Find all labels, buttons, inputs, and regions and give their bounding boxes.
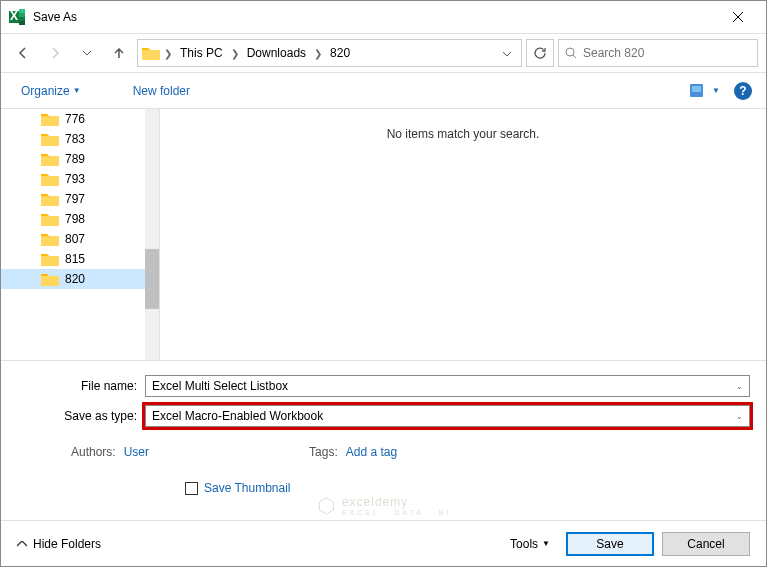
app-icon: X (9, 9, 25, 25)
caret-down-icon: ▼ (542, 539, 550, 548)
arrow-up-icon (112, 46, 126, 60)
refresh-button[interactable] (526, 39, 554, 67)
cancel-button[interactable]: Cancel (662, 532, 750, 556)
svg-rect-3 (19, 17, 25, 21)
refresh-icon (533, 46, 547, 60)
tree-item-label: 776 (65, 112, 85, 126)
nav-up-button[interactable] (105, 39, 133, 67)
filename-field[interactable] (152, 379, 736, 393)
view-options-button[interactable]: ▼ (686, 82, 724, 99)
tree-item-label: 789 (65, 152, 85, 166)
savetype-dropdown[interactable]: Excel Macro-Enabled Workbook ⌄ (145, 405, 750, 427)
authors-label: Authors: (71, 445, 116, 459)
tools-button[interactable]: Tools ▼ (502, 533, 558, 555)
arrow-right-icon (48, 46, 62, 60)
tree-item[interactable]: 797 (1, 189, 159, 209)
nav-forward-button[interactable] (41, 39, 69, 67)
folder-icon (41, 212, 59, 226)
chevron-down-icon[interactable]: ⌄ (736, 412, 743, 421)
tree-item-label: 815 (65, 252, 85, 266)
svg-text:X: X (10, 9, 18, 23)
breadcrumb[interactable]: ❯ This PC ❯ Downloads ❯ 820 (137, 39, 522, 67)
window-title: Save As (33, 10, 718, 24)
folder-icon (41, 192, 59, 206)
folder-icon (41, 152, 59, 166)
tree-item[interactable]: 776 (1, 109, 159, 129)
savetype-label: Save as type: (17, 409, 145, 423)
caret-down-icon: ▼ (73, 86, 81, 95)
svg-rect-4 (19, 21, 25, 25)
authors-value[interactable]: User (124, 445, 149, 459)
file-list-area: No items match your search. (159, 109, 766, 360)
close-icon (733, 12, 743, 22)
tree-item-label: 783 (65, 132, 85, 146)
chevron-right-icon: ❯ (162, 48, 174, 59)
chevron-down-icon (503, 52, 511, 57)
help-button[interactable]: ? (734, 82, 752, 100)
save-thumbnail-checkbox[interactable] (185, 482, 198, 495)
new-folder-button[interactable]: New folder (127, 80, 196, 102)
folder-icon (142, 46, 160, 60)
folder-tree[interactable]: 776783789793797798807815820 (1, 109, 159, 360)
tree-item[interactable]: 820 (1, 269, 159, 289)
save-thumbnail-label[interactable]: Save Thumbnail (204, 481, 291, 495)
savetype-value: Excel Macro-Enabled Workbook (152, 409, 736, 423)
chevron-right-icon: ❯ (229, 48, 241, 59)
save-button[interactable]: Save (566, 532, 654, 556)
tree-item-label: 820 (65, 272, 85, 286)
nav-history-button[interactable] (73, 39, 101, 67)
tags-value[interactable]: Add a tag (346, 445, 397, 459)
search-input[interactable] (558, 39, 758, 67)
svg-rect-8 (692, 86, 701, 92)
caret-down-icon: ▼ (712, 86, 720, 95)
breadcrumb-item[interactable]: Downloads (243, 44, 310, 62)
search-icon (565, 47, 577, 59)
tree-item-label: 798 (65, 212, 85, 226)
tree-item-label: 807 (65, 232, 85, 246)
filename-label: File name: (17, 379, 145, 393)
tree-item[interactable]: 815 (1, 249, 159, 269)
chevron-down-icon[interactable]: ⌄ (736, 382, 743, 391)
watermark: exceldemyEXCEL · DATA · BI (316, 495, 451, 516)
tree-item-label: 793 (65, 172, 85, 186)
svg-rect-1 (19, 9, 25, 13)
tree-item[interactable]: 783 (1, 129, 159, 149)
breadcrumb-item[interactable]: This PC (176, 44, 227, 62)
organize-button[interactable]: Organize▼ (15, 80, 87, 102)
filename-input[interactable]: ⌄ (145, 375, 750, 397)
view-icon (690, 84, 708, 97)
tree-item[interactable]: 798 (1, 209, 159, 229)
svg-marker-9 (319, 498, 333, 514)
svg-point-6 (566, 48, 574, 56)
breadcrumb-item[interactable]: 820 (326, 44, 354, 62)
nav-back-button[interactable] (9, 39, 37, 67)
chevron-right-icon: ❯ (312, 48, 324, 59)
close-button[interactable] (718, 1, 758, 33)
tree-item[interactable]: 807 (1, 229, 159, 249)
folder-icon (41, 252, 59, 266)
scrollbar[interactable] (145, 109, 159, 360)
svg-rect-2 (19, 13, 25, 17)
tree-item[interactable]: 789 (1, 149, 159, 169)
folder-icon (41, 132, 59, 146)
folder-icon (41, 232, 59, 246)
arrow-left-icon (16, 46, 30, 60)
folder-icon (41, 112, 59, 126)
breadcrumb-dropdown[interactable] (497, 46, 517, 60)
folder-icon (41, 272, 59, 286)
search-field[interactable] (583, 46, 751, 60)
tree-item-label: 797 (65, 192, 85, 206)
watermark-icon (316, 496, 336, 516)
folder-icon (41, 172, 59, 186)
empty-message: No items match your search. (387, 127, 540, 360)
tree-item[interactable]: 793 (1, 169, 159, 189)
scrollbar-thumb[interactable] (145, 249, 159, 309)
chevron-down-icon (83, 51, 91, 56)
hide-folders-button[interactable]: Hide Folders (17, 537, 101, 551)
tags-label: Tags: (309, 445, 338, 459)
chevron-up-icon (17, 541, 27, 547)
